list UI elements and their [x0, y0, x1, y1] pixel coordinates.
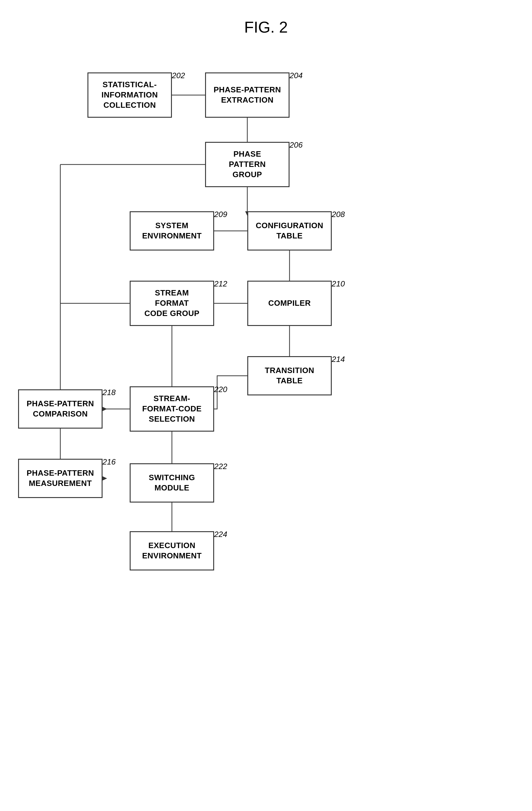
ref-209: 209: [214, 210, 227, 219]
box-210: COMPILER: [247, 281, 332, 326]
box-218: PHASE-PATTERNCOMPARISON: [18, 389, 103, 429]
box-214: TRANSITIONTABLE: [247, 356, 332, 395]
ref-204: 204: [290, 71, 302, 80]
box-206: PHASEPATTERNGROUP: [205, 142, 290, 187]
box-204: PHASE-PATTERNEXTRACTION: [205, 73, 290, 118]
box-212: STREAMFORMATCODE GROUP: [130, 281, 214, 326]
ref-212: 212: [214, 279, 227, 289]
box-224: EXECUTIONENVIRONMENT: [130, 531, 214, 570]
svg-marker-25: [103, 476, 107, 480]
ref-214: 214: [332, 355, 345, 364]
ref-220: 220: [214, 385, 227, 394]
box-202: STATISTICAL-INFORMATIONCOLLECTION: [88, 73, 172, 118]
box-220: STREAM-FORMAT-CODESELECTION: [130, 386, 214, 432]
ref-224: 224: [214, 530, 227, 539]
ref-208: 208: [332, 210, 345, 219]
ref-206: 206: [290, 140, 302, 150]
box-216: PHASE-PATTERNMEASUREMENT: [18, 459, 103, 498]
diagram-container: STATISTICAL-INFORMATIONCOLLECTION 202 PH…: [0, 42, 532, 811]
ref-210: 210: [332, 279, 345, 289]
ref-222: 222: [214, 462, 227, 471]
box-208: CONFIGURATIONTABLE: [247, 211, 332, 250]
page-title: FIG. 2: [0, 18, 532, 36]
box-209: SYSTEMENVIRONMENT: [130, 211, 214, 250]
ref-216: 216: [103, 457, 115, 466]
ref-218: 218: [103, 388, 115, 397]
box-222: SWITCHINGMODULE: [130, 463, 214, 503]
ref-202: 202: [172, 71, 185, 80]
